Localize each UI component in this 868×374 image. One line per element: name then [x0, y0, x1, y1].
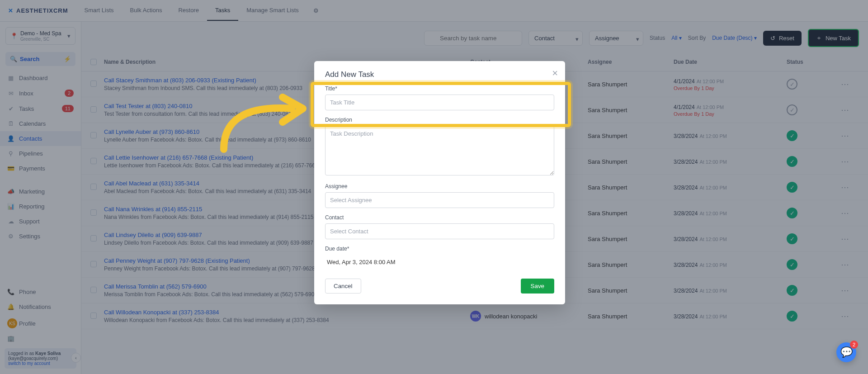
save-button[interactable]: Save [521, 279, 554, 294]
assignee-input[interactable] [325, 192, 554, 208]
title-label: Title* [325, 85, 554, 92]
cancel-button[interactable]: Cancel [325, 279, 361, 294]
add-task-modal: Add New Task × Title* Description Assign… [314, 61, 565, 304]
fab-badge: 2 [850, 341, 858, 349]
close-icon[interactable]: × [552, 67, 558, 79]
desc-label: Description [325, 117, 554, 123]
modal-heading: Add New Task [325, 70, 554, 79]
desc-input[interactable] [325, 126, 554, 175]
due-label: Due date* [325, 246, 554, 252]
contact-label: Contact [325, 214, 554, 221]
chat-icon: 💬 [840, 346, 853, 358]
chat-fab[interactable]: 💬 2 [836, 342, 856, 362]
due-value[interactable]: Wed, Apr 3, 2024 8:00 AM [325, 255, 554, 270]
contact-input[interactable] [325, 223, 554, 239]
assignee-label: Assignee [325, 183, 554, 189]
title-input[interactable] [325, 95, 554, 110]
